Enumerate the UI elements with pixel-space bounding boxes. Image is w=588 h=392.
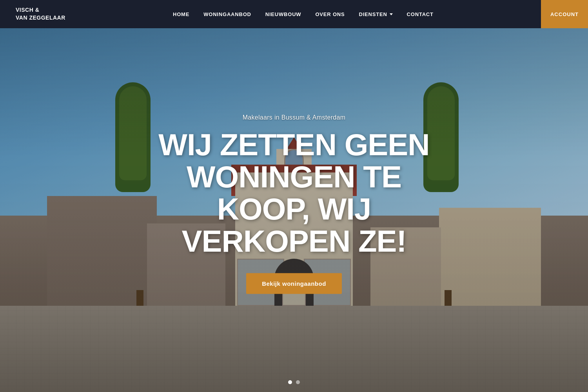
brand-line2: VAN ZEGGELAAR <box>16 15 65 21</box>
brand-logo[interactable]: VISCH & VAN ZEGGELAAR <box>16 6 65 22</box>
chevron-down-icon <box>390 13 393 15</box>
nav-diensten-label: DIENSTEN <box>359 11 387 17</box>
hero-subtitle: Makelaars in Bussum & Amsterdam <box>137 114 451 121</box>
hero-title-line1: WIJ ZETTEN GEEN WONINGEN TE <box>158 127 429 194</box>
carousel-dot-1[interactable] <box>288 380 292 384</box>
hero-title: WIJ ZETTEN GEEN WONINGEN TE KOOP, WIJ VE… <box>137 129 451 258</box>
account-button[interactable]: ACCOUNT <box>541 0 588 28</box>
navbar: VISCH & VAN ZEGGELAAR HOME WONINGAANBOD … <box>0 0 588 28</box>
nav-contact[interactable]: CONTACT <box>407 11 434 17</box>
hero-section: Makelaars in Bussum & Amsterdam WIJ ZETT… <box>0 0 588 392</box>
carousel-dots <box>288 380 300 384</box>
carousel-dot-2[interactable] <box>296 380 300 384</box>
nav-over-ons[interactable]: OVER ONS <box>315 11 345 17</box>
brand-line1: VISCH & <box>16 7 39 13</box>
nav-diensten[interactable]: DIENSTEN <box>359 11 392 17</box>
cta-button[interactable]: Bekijk woningaanbod <box>246 273 342 294</box>
nav-woningaanbod[interactable]: WONINGAANBOD <box>203 11 251 17</box>
nav-links: HOME WONINGAANBOD NIEUWBOUW OVER ONS DIE… <box>173 11 434 17</box>
hero-title-line2: KOOP, WIJ VERKOPEN ZE! <box>181 192 406 258</box>
nav-nieuwbouw[interactable]: NIEUWBOUW <box>265 11 301 17</box>
nav-home[interactable]: HOME <box>173 11 189 17</box>
hero-content: Makelaars in Bussum & Amsterdam WIJ ZETT… <box>137 114 451 294</box>
